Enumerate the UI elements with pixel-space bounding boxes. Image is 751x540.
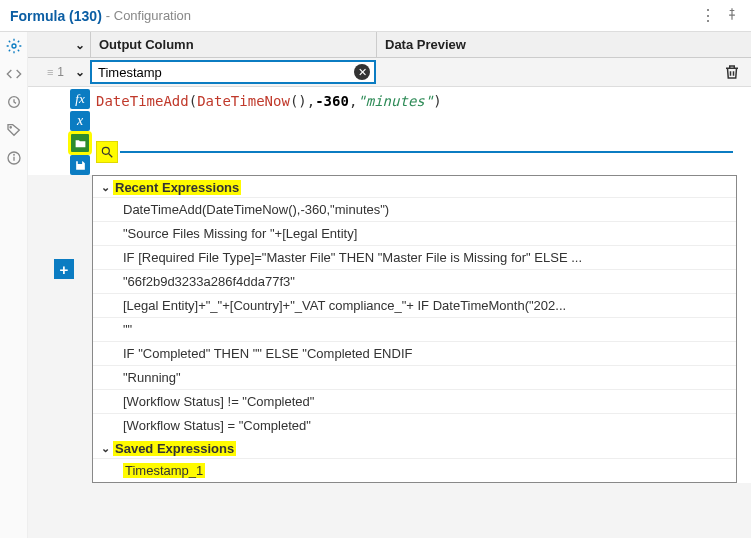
row-number: 1: [57, 65, 64, 79]
recent-expression-item[interactable]: [Legal Entity]+"_"+[Country]+"_VAT compl…: [93, 293, 736, 317]
recent-expression-item[interactable]: IF [Required File Type]="Master File" TH…: [93, 245, 736, 269]
chevron-down-icon: ⌄: [97, 442, 113, 455]
search-expressions-icon[interactable]: [96, 141, 118, 163]
recent-expression-item[interactable]: "Source Files Missing for "+[Legal Entit…: [93, 221, 736, 245]
collapse-all-icon[interactable]: ⌄: [70, 32, 90, 57]
delete-row-icon[interactable]: [723, 63, 741, 81]
recent-expression-item[interactable]: [Workflow Status] = "Completed": [93, 413, 736, 437]
recent-expressions-section[interactable]: ⌄ Recent Expressions: [93, 176, 736, 197]
svg-point-2: [10, 127, 11, 128]
tag-icon[interactable]: [6, 122, 22, 138]
gear-icon[interactable]: [6, 38, 22, 54]
open-expression-button[interactable]: [70, 133, 90, 153]
save-expression-button[interactable]: [70, 155, 90, 175]
svg-point-5: [13, 154, 14, 155]
expressions-dropdown[interactable]: ⌄ Recent Expressions DateTimeAdd(DateTim…: [93, 176, 736, 482]
add-row-button[interactable]: +: [54, 259, 74, 279]
fx-functions-button[interactable]: fx: [70, 89, 90, 109]
recent-expression-item[interactable]: [Workflow Status] != "Completed": [93, 389, 736, 413]
recent-expression-item[interactable]: DateTimeAdd(DateTimeNow(),-360,"minutes"…: [93, 197, 736, 221]
output-column-input[interactable]: [90, 60, 376, 84]
variables-button[interactable]: x: [70, 111, 90, 131]
formula-editor[interactable]: DateTimeAdd(DateTimeNow(),-360,"minutes"…: [96, 91, 743, 111]
kebab-menu-icon[interactable]: ⋮: [699, 6, 717, 25]
recent-expression-item[interactable]: "Running": [93, 365, 736, 389]
clear-input-icon[interactable]: ✕: [354, 64, 370, 80]
code-icon[interactable]: [6, 66, 22, 82]
svg-line-7: [109, 154, 113, 158]
row-handle-icon[interactable]: ≡: [47, 66, 53, 78]
recent-expression-item[interactable]: "66f2b9d3233a286f4dda77f3": [93, 269, 736, 293]
recent-expression-item[interactable]: IF "Completed" THEN "" ELSE "Completed E…: [93, 341, 736, 365]
recent-expression-item[interactable]: "": [93, 317, 736, 341]
svg-point-0: [12, 44, 16, 48]
saved-expressions-section[interactable]: ⌄ Saved Expressions: [93, 437, 736, 458]
data-preview-header: Data Preview: [376, 32, 751, 57]
row-collapse-icon[interactable]: ⌄: [70, 65, 90, 79]
saved-expression-item[interactable]: Timestamp_1: [93, 458, 736, 482]
tool-subtitle: - Configuration: [106, 8, 191, 23]
target-icon[interactable]: [6, 94, 22, 110]
pin-icon[interactable]: [723, 7, 741, 25]
info-icon[interactable]: [6, 150, 22, 166]
chevron-down-icon: ⌄: [97, 181, 113, 194]
tool-title: Formula (130): [10, 8, 102, 24]
output-column-header: Output Column: [90, 32, 376, 57]
svg-point-6: [102, 147, 109, 154]
